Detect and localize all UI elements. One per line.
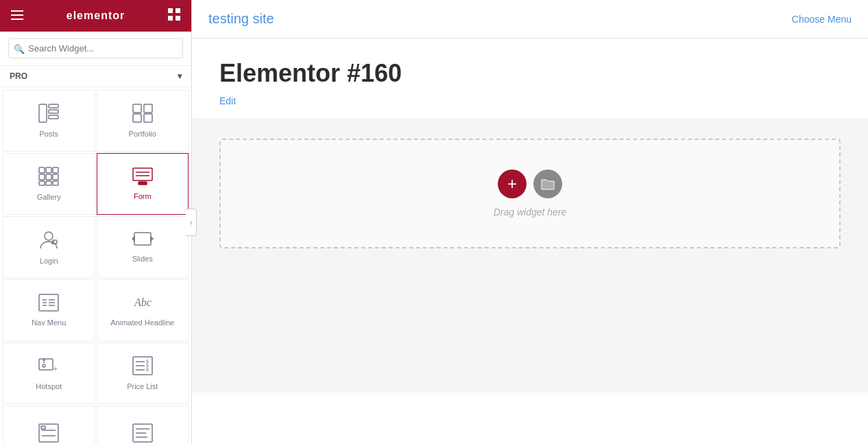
nav-menu-label: Nav Menu: [32, 318, 66, 327]
hamburger-icon[interactable]: [11, 9, 23, 23]
animated-headline-icon: Abc: [132, 294, 153, 314]
top-bar: testing site Choose Menu: [192, 0, 868, 38]
drop-zone-buttons: +: [498, 170, 562, 198]
hotspot-icon: +: [38, 356, 59, 378]
svg-rect-6: [176, 16, 180, 21]
svg-rect-11: [133, 104, 141, 113]
sidebar-header: elementor: [0, 0, 191, 32]
edit-link[interactable]: Edit: [219, 95, 236, 106]
sidebar-collapse-handle[interactable]: ‹: [186, 209, 197, 236]
svg-rect-24: [133, 168, 152, 180]
svg-rect-12: [144, 104, 152, 113]
widget-item-12[interactable]: [97, 406, 189, 444]
sidebar: elementor 🔍 PRO ▾: [0, 0, 192, 444]
svg-rect-57: [41, 426, 45, 429]
svg-rect-17: [53, 167, 58, 173]
svg-rect-23: [53, 181, 58, 185]
svg-rect-5: [168, 16, 173, 21]
template-button[interactable]: [533, 170, 562, 198]
widget-item-gallery[interactable]: Gallery: [3, 153, 95, 215]
price-list-icon: $ $ $: [132, 356, 153, 378]
widget-item-nav-menu[interactable]: Nav Menu: [3, 279, 95, 341]
pro-section[interactable]: PRO ▾: [0, 66, 191, 87]
portfolio-icon: [132, 104, 153, 126]
svg-rect-10: [49, 115, 58, 119]
widget-item-price-list[interactable]: $ $ $ Price List: [97, 342, 189, 404]
svg-rect-2: [11, 19, 23, 20]
svg-rect-14: [144, 114, 152, 122]
widget-item-slides[interactable]: Slides: [97, 216, 189, 278]
app-logo: elementor: [67, 10, 125, 22]
widget-item-portfolio[interactable]: Portfolio: [97, 90, 189, 152]
animated-headline-label: Animated Headline: [110, 318, 174, 327]
svg-rect-27: [138, 182, 147, 185]
svg-rect-20: [53, 174, 58, 180]
page-heading: Elementor #160: [219, 59, 841, 88]
posts-label: Posts: [39, 130, 58, 138]
login-label: Login: [40, 257, 58, 265]
price-list-label: Price List: [127, 382, 158, 390]
svg-rect-1: [11, 14, 23, 16]
search-icon: 🔍: [14, 43, 25, 54]
search-input[interactable]: [8, 38, 183, 58]
gallery-icon: [38, 167, 59, 189]
svg-rect-15: [39, 167, 45, 173]
widget-item-animated-headline[interactable]: Abc Animated Headline: [97, 279, 189, 341]
svg-rect-8: [49, 104, 58, 108]
canvas-area: + Drag widget here: [192, 118, 868, 393]
svg-rect-19: [46, 174, 51, 180]
widget-item-posts[interactable]: Posts: [3, 90, 95, 152]
svg-point-43: [43, 364, 45, 367]
portfolio-label: Portfolio: [129, 130, 156, 138]
widget-item-11[interactable]: [3, 406, 95, 444]
svg-rect-31: [134, 233, 151, 245]
form-label: Form: [134, 192, 152, 200]
page-content-area: Elementor #160 Edit + Drag widget here: [192, 38, 868, 444]
counter-icon: [38, 423, 59, 444]
svg-rect-18: [39, 174, 45, 180]
drop-zone: + Drag widget here: [219, 139, 841, 248]
nav-menu-icon: [38, 294, 59, 314]
svg-text:$: $: [146, 367, 149, 372]
widget-item-hotspot[interactable]: + Hotspot: [3, 342, 95, 404]
chevron-down-icon: ▾: [178, 71, 182, 81]
svg-text:+: +: [53, 365, 58, 373]
search-area: 🔍: [0, 32, 191, 66]
form-icon: [132, 167, 153, 188]
svg-rect-45: [44, 359, 45, 360]
grid-view-icon[interactable]: [168, 8, 180, 23]
add-widget-button[interactable]: +: [498, 170, 527, 198]
choose-menu-button[interactable]: Choose Menu: [792, 14, 852, 25]
slides-label: Slides: [132, 255, 153, 263]
hotspot-label: Hotspot: [36, 382, 62, 390]
svg-rect-13: [133, 114, 141, 122]
page-header-area: Elementor #160 Edit: [192, 38, 868, 118]
svg-rect-21: [39, 181, 45, 185]
svg-rect-16: [46, 167, 51, 173]
svg-point-28: [45, 232, 53, 240]
widget-item-login[interactable]: Login: [3, 216, 95, 278]
svg-text:Abc: Abc: [134, 296, 152, 308]
slides-icon: [132, 231, 154, 250]
news-ticker-icon: [132, 423, 153, 444]
login-icon: [39, 229, 58, 253]
widget-grid: Posts Portfolio: [0, 87, 191, 444]
svg-rect-54: [39, 424, 58, 442]
drag-hint: Drag widget here: [494, 207, 567, 218]
svg-rect-9: [49, 110, 58, 113]
widget-item-form[interactable]: Form: [97, 153, 189, 215]
svg-rect-4: [176, 8, 180, 13]
svg-marker-33: [151, 237, 153, 241]
site-title: testing site: [208, 11, 274, 27]
posts-icon: [38, 104, 59, 126]
svg-rect-22: [46, 181, 51, 185]
svg-rect-42: [39, 359, 53, 370]
svg-rect-0: [11, 10, 23, 12]
gallery-label: Gallery: [37, 193, 61, 201]
main-content: testing site Choose Menu Elementor #160 …: [192, 0, 868, 444]
svg-rect-7: [39, 104, 47, 122]
svg-rect-3: [168, 8, 173, 13]
svg-marker-32: [132, 237, 134, 241]
pro-label: PRO: [10, 71, 27, 81]
